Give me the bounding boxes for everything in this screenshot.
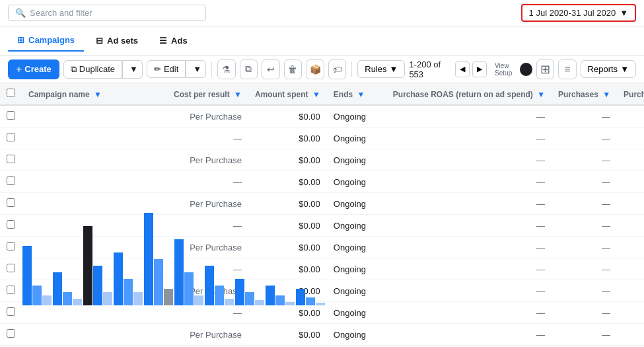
search-placeholder: Search and filter <box>30 8 92 18</box>
row-checkbox[interactable] <box>0 237 22 258</box>
edit-icon: ✏ <box>154 64 161 74</box>
ends-header[interactable]: Ends ▼ <box>327 83 386 105</box>
row-ends: Ongoing <box>327 237 386 258</box>
table-row: — $0.00 Ongoing — — $0.00 <box>0 302 644 324</box>
reports-button[interactable]: Reports ▼ <box>581 60 636 78</box>
row-cost: Per Purchase <box>167 280 248 302</box>
row-name <box>22 128 167 149</box>
copy-button[interactable]: ⧉ <box>240 59 258 79</box>
table-row: Per Purchase $0.00 Ongoing — — $0.00 <box>0 193 644 215</box>
row-purchases: — <box>552 193 617 215</box>
row-purchases: — <box>552 105 617 128</box>
select-all-checkbox[interactable] <box>7 89 15 97</box>
tag-button[interactable]: 🏷 <box>328 59 347 79</box>
row-roas: — <box>386 105 552 128</box>
amount-header[interactable]: Amount spent ▼ <box>248 83 327 105</box>
search-icon: 🔍 <box>15 8 26 18</box>
row-purchases: — <box>552 215 617 237</box>
table-row: — $0.00 Ongoing — — $0.00 <box>0 258 644 280</box>
breakdown-button[interactable]: ≡ <box>558 59 577 79</box>
row-pcv: $0.00 <box>617 215 644 237</box>
row-checkbox[interactable] <box>0 171 22 193</box>
row-pcv: $0.00 <box>617 193 644 215</box>
row-pcv: $0.00 <box>617 128 644 149</box>
duplicate-icon: ⧉ <box>71 64 77 75</box>
row-ends: Ongoing <box>327 324 386 346</box>
row-checkbox[interactable] <box>0 280 22 302</box>
tab-adsets[interactable]: ⊟ Ad sets <box>87 30 147 51</box>
create-button[interactable]: + Create <box>8 59 59 79</box>
nav-tabs: ⊞ Campaigns ⊟ Ad sets ☰ Ads <box>0 26 644 56</box>
rules-button[interactable]: Rules ▼ <box>357 60 405 78</box>
archive-button[interactable]: 📦 <box>306 59 324 79</box>
row-cost: Per Purchase <box>167 324 248 346</box>
row-name <box>22 215 167 237</box>
toolbar-sep-2 <box>351 61 352 77</box>
flask-button[interactable]: ⚗ <box>217 59 236 79</box>
search-bar[interactable]: 🔍 Search and filter <box>8 5 206 21</box>
delete-button[interactable]: 🗑 <box>284 59 303 79</box>
cost-sort-icon: ▼ <box>234 90 242 99</box>
row-cost: Per Purchase <box>167 105 248 128</box>
ends-sort-icon: ▼ <box>357 90 365 99</box>
table-row: — $0.00 Ongoing — — $0.00 <box>0 171 644 193</box>
row-amount: $0.00 <box>248 302 327 324</box>
row-amount: $0.00 <box>248 324 327 346</box>
columns-button[interactable]: ⊞ <box>536 59 555 79</box>
row-name <box>22 171 167 193</box>
reports-caret-icon: ▼ <box>620 64 629 74</box>
edit-caret[interactable]: ▼ <box>186 60 206 78</box>
row-checkbox[interactable] <box>0 193 22 215</box>
amount-sort-icon: ▼ <box>312 90 320 99</box>
chevron-down-icon: ▼ <box>620 8 628 18</box>
duplicate-caret[interactable]: ▼ <box>122 60 143 79</box>
row-pcv: $0.00 <box>617 237 644 258</box>
duplicate-button[interactable]: ⧉ Duplicate <box>63 60 122 79</box>
next-page-button[interactable]: ▶ <box>472 61 487 77</box>
edit-button[interactable]: ✏ Edit <box>147 60 186 78</box>
reports-label: Reports <box>588 64 618 74</box>
circle-dot-icon[interactable] <box>520 63 532 76</box>
checkbox-header[interactable] <box>0 83 22 105</box>
view-setup-button[interactable]: ViewSetup <box>491 61 516 78</box>
roas-header[interactable]: Purchase ROAS (return on ad spend) ▼ <box>386 83 552 105</box>
cost-header[interactable]: Cost per result ▼ <box>167 83 248 105</box>
date-picker[interactable]: 1 Jul 2020-31 Jul 2020 ▼ <box>521 4 636 22</box>
plus-icon: + <box>16 63 22 75</box>
row-name <box>22 302 167 324</box>
row-checkbox[interactable] <box>0 324 22 346</box>
rules-caret-icon: ▼ <box>390 64 398 74</box>
tab-campaigns[interactable]: ⊞ Campaigns <box>8 30 84 52</box>
ads-label: Ads <box>171 36 188 46</box>
row-roas: — <box>386 280 552 302</box>
row-checkbox[interactable] <box>0 149 22 171</box>
row-checkbox[interactable] <box>0 258 22 280</box>
table-row: Per Purchase $0.00 Ongoing — — $0.00 <box>0 280 644 302</box>
prev-page-button[interactable]: ◀ <box>455 61 470 77</box>
table-row: Per Purchase $0.00 Ongoing — — $0.00 <box>0 149 644 171</box>
row-cost: — <box>167 128 248 149</box>
row-amount: $0.00 <box>248 237 327 258</box>
purchases-header[interactable]: Purchases ▼ <box>552 83 617 105</box>
adsets-label: Ad sets <box>107 36 138 46</box>
row-cost: — <box>167 302 248 324</box>
rules-label: Rules <box>365 64 386 74</box>
row-pcv: $0.00 <box>617 280 644 302</box>
row-purchases: — <box>552 258 617 280</box>
top-bar: 🔍 Search and filter 1 Jul 2020-31 Jul 20… <box>0 0 644 26</box>
row-pcv: $0.00 <box>617 302 644 324</box>
row-purchases: — <box>552 302 617 324</box>
undo-button[interactable]: ↩ <box>262 59 280 79</box>
row-checkbox[interactable] <box>0 105 22 128</box>
row-amount: $0.00 <box>248 258 327 280</box>
row-purchases: — <box>552 149 617 171</box>
row-name <box>22 105 167 128</box>
create-button-group: + Create <box>8 59 59 79</box>
tab-ads[interactable]: ☰ Ads <box>150 30 197 51</box>
pcv-header[interactable]: Purchases Conversion Value ▼ <box>617 83 644 105</box>
row-checkbox[interactable] <box>0 215 22 237</box>
row-checkbox[interactable] <box>0 302 22 324</box>
row-purchases: — <box>552 171 617 193</box>
row-checkbox[interactable] <box>0 128 22 149</box>
name-header[interactable]: Campaign name ▼ <box>22 83 167 105</box>
